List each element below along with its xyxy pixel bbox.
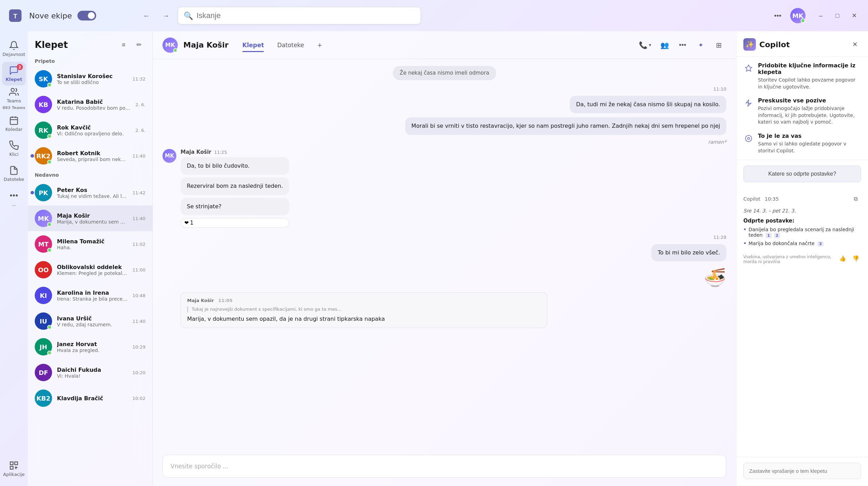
add-tab-button[interactable]: +: [312, 39, 328, 51]
copilot-feature-2: To je le za vas Samo vi si lahko ogledat…: [743, 133, 861, 154]
copilot-header: ✨ Copilot ✕: [736, 31, 868, 57]
copilot-disclaimer: Vsebina, ustvarjena z umetno inteligenco…: [743, 254, 834, 264]
chat-time-0: 11:32: [133, 76, 145, 82]
sidebar-item-teams[interactable]: Teams 883 Teams: [2, 87, 26, 110]
sidebar-item-activity[interactable]: Dejavnost: [2, 37, 26, 60]
recent-chat-item-5[interactable]: IU Ivana Uršič V redu, zdaj razumem. 11:…: [28, 308, 152, 334]
call-button[interactable]: 📞 ▾: [636, 37, 654, 53]
citation-3[interactable]: 3: [817, 241, 824, 246]
quoted-preview: Tukaj je najnovejši dokument s specifika…: [187, 306, 541, 312]
chat-time-3: 11:40: [133, 153, 145, 159]
copy-response-button[interactable]: ⧉: [850, 193, 861, 204]
sidebar-item-more[interactable]: ...: [2, 187, 26, 210]
recent-chat-time-6: 10:29: [133, 344, 145, 350]
forward-button[interactable]: →: [158, 8, 174, 23]
copilot-input[interactable]: [743, 463, 861, 479]
sidebar-item-files[interactable]: Datoteke: [2, 162, 26, 185]
participants-button[interactable]: 👥: [657, 37, 672, 53]
citation-1[interactable]: 1: [766, 233, 772, 238]
tab-klepet[interactable]: Klepet: [237, 39, 269, 51]
msg-reaction-heart[interactable]: ❤️ 1: [181, 218, 289, 228]
sidebar-item-calls[interactable]: Klici: [2, 137, 26, 160]
sent-time-11-10: 11:10: [162, 86, 726, 92]
new-teams-toggle[interactable]: [77, 11, 96, 20]
tab-datoteke[interactable]: Datoteke: [272, 39, 309, 51]
more-chat-options-button[interactable]: •••: [675, 37, 690, 53]
thumbs-up-button[interactable]: 👍: [837, 253, 848, 263]
search-bar[interactable]: 🔍: [178, 7, 421, 24]
recent-chat-avatar-2: MT: [35, 235, 52, 253]
back-button[interactable]: ←: [139, 8, 154, 23]
msg-row-sent-1: Da, tudi mi že nekaj časa nismo šli skup…: [162, 96, 726, 113]
copilot-toggle-button[interactable]: ✦: [693, 37, 708, 53]
recent-chat-item-4[interactable]: KI Karolina in Irena Irena: Stranka je b…: [28, 283, 152, 308]
copilot-title: Copilot: [759, 40, 790, 49]
chat-name-1: Katarina Babič: [57, 99, 131, 105]
teams-app-logo: T: [7, 7, 24, 24]
chat-info-1: Katarina Babič V redu. Posodobitev bom p…: [57, 99, 131, 111]
copilot-panel: ✨ Copilot ✕ Pridobite ključne informacij…: [736, 31, 868, 486]
recent-chat-item-0[interactable]: PK Peter Kos Tukaj ne vidim težave. Ali …: [28, 180, 152, 206]
msg-row-sent-2: Morali bi se vrniti v tisto restavracijo…: [162, 117, 726, 135]
more-options-button[interactable]: •••: [770, 8, 785, 23]
participants-icon: 👥: [660, 41, 669, 49]
recent-chat-item-6[interactable]: JH Janez Horvat Hvala za pregled. 10:29: [28, 334, 152, 360]
chat-name-2: Rok Kavčič: [57, 124, 131, 131]
layout-button[interactable]: ⊞: [711, 37, 726, 53]
copilot-prompt-button[interactable]: Katere so odprte postavke?: [743, 166, 861, 182]
svg-point-16: [745, 135, 752, 142]
recent-chat-info-3: Oblikovalski oddelek Klemen: Pregled je …: [57, 264, 128, 276]
recent-chat-item-1[interactable]: MK Maja Košir Marija, v dokumentu sem op…: [28, 206, 152, 231]
svg-point-9: [16, 195, 17, 196]
close-button[interactable]: ✕: [847, 9, 861, 23]
layout-icon: ⊞: [716, 41, 722, 49]
filter-icon: ≡: [122, 41, 126, 49]
recent-chat-time-5: 11:40: [133, 319, 145, 324]
msg-bubble-sent-2: Morali bi se vrniti v tisto restavracijo…: [405, 117, 726, 135]
chat-avatar-0: SK: [35, 70, 52, 87]
online-dot-0: [47, 83, 52, 87]
recent-chat-item-8[interactable]: KB2 Klavdija Bračič 10:02: [28, 385, 152, 411]
search-input[interactable]: [197, 11, 415, 20]
recent-chat-item-7[interactable]: DF Daichi Fukuda Vi: Hvala! 10:20: [28, 360, 152, 385]
recent-chat-item-3[interactable]: OO Oblikovalski oddelek Klemen: Pregled …: [28, 257, 152, 283]
unread-dot-3: [31, 154, 34, 158]
msg-bubble-recv-3: Se strinjate?: [181, 198, 289, 215]
recent-chat-info-8: Klavdija Bračič: [57, 395, 128, 402]
recent-chat-preview-3: Klemen: Pregled je potekal zelo dobro! K…: [57, 270, 128, 276]
msg-row-ramen-emoji: 🍜: [162, 266, 726, 288]
copilot-feature-desc-1: Pozivi omogočajo lažje pridobivanje info…: [758, 105, 861, 126]
pinned-chat-item-1[interactable]: KB Katarina Babič V redu. Posodobitev bo…: [28, 92, 152, 117]
pinned-chat-list: SK Stanislav Korošec To se sliši odlično…: [28, 66, 152, 486]
citation-2[interactable]: 2: [774, 233, 780, 238]
pinned-chat-item-2[interactable]: RK Rok Kavčič Vi: Odlično opravljeno del…: [28, 117, 152, 143]
sidebar-label-more: ...: [12, 202, 16, 207]
sidebar-item-chat[interactable]: 2 Klepet: [2, 62, 26, 85]
chat-avatar-2: RK: [35, 122, 52, 139]
sidebar-item-apps[interactable]: Aplikacije: [2, 457, 26, 480]
copilot-feedback-wrap: Vsebina, ustvarjena z umetno inteligenco…: [743, 250, 861, 264]
svg-point-8: [13, 195, 15, 196]
window-controls: – □ ✕: [814, 9, 861, 23]
thumbs-down-button[interactable]: 👎: [851, 253, 861, 263]
new-chat-button[interactable]: ✏: [132, 38, 145, 51]
msg-bubble-sent-3: To bi mi bilo zelo všeč.: [651, 244, 726, 261]
chat-input-box[interactable]: Vnesite sporočilo ...: [162, 455, 726, 478]
msg-bubble-recv-1: Da, to bi bilo čudovito.: [181, 157, 289, 175]
pinned-chat-item-0[interactable]: SK Stanislav Korošec To se sliši odlično…: [28, 66, 152, 92]
maximize-button[interactable]: □: [831, 9, 844, 23]
copilot-close-button[interactable]: ✕: [849, 38, 861, 51]
minimize-button[interactable]: –: [814, 9, 828, 23]
copilot-features-list: Pridobite ključne informacije iz klepeta…: [736, 57, 868, 160]
msg-content-correction: ramen*: [708, 139, 726, 145]
recent-chat-item-2[interactable]: MT Milena Tomažič Haha. 11:02: [28, 231, 152, 257]
recent-online-dot-5: [47, 325, 52, 329]
pinned-chat-item-3[interactable]: RK2 Robert Kotnik Seveda, pripravil bom …: [28, 143, 152, 169]
user-avatar-wrap[interactable]: MK: [790, 8, 806, 23]
recent-chat-avatar-1: MK: [35, 210, 52, 227]
chat-contact-name: Maja Košir: [183, 41, 228, 49]
sidebar-item-calendar[interactable]: Koledar: [2, 112, 26, 135]
recent-chat-info-1: Maja Košir Marija, v dokumentu sem opazi…: [57, 212, 128, 225]
filter-button[interactable]: ≡: [117, 38, 130, 51]
heart-emoji: ❤️: [184, 220, 189, 226]
